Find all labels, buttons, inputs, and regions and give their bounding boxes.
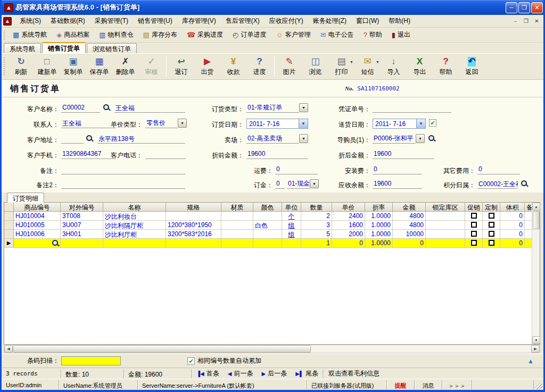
tab-browse-sales-orders[interactable]: 浏览销售订单	[87, 43, 137, 53]
order-progress-button[interactable]: ◴订单进度	[228, 29, 271, 41]
close-button[interactable]: ✕	[531, 2, 543, 13]
address-lookup-icon[interactable]	[86, 135, 93, 142]
custom-checkbox[interactable]	[489, 231, 494, 237]
sms-button[interactable]: ▼✉短信	[354, 54, 381, 79]
col-price[interactable]: 单价	[332, 203, 365, 212]
message-button[interactable]: 消息	[415, 380, 442, 389]
menu-inventory[interactable]: 库存管理(V)	[177, 15, 221, 27]
help-button-top[interactable]: ?帮助	[359, 29, 387, 41]
freight-field[interactable]: 0	[275, 165, 318, 174]
resize-grip[interactable]	[535, 382, 542, 389]
col-name[interactable]: 名称	[103, 203, 166, 212]
horizontal-scrollbar[interactable]: ◀ ▶	[4, 345, 540, 353]
col-spec[interactable]: 规格	[166, 203, 221, 212]
profit-hint[interactable]: 双击查看毛利信息	[323, 369, 385, 378]
print-button[interactable]: ▼▤打印	[328, 54, 354, 79]
price-type-dropdown-icon[interactable]	[178, 119, 187, 128]
promo-checkbox[interactable]	[471, 213, 477, 219]
horizontal-scroll-thumb[interactable]	[13, 345, 311, 353]
col-color[interactable]: 颜色	[253, 203, 282, 212]
detail-row-3[interactable]: HJ010006 3H001 沙比利厅柜 3200*583*2016 组 5 2…	[4, 230, 533, 239]
maximize-button[interactable]: ❐	[518, 2, 530, 13]
print-dropdown-icon[interactable]: ▼	[350, 60, 353, 64]
custom-checkbox[interactable]	[489, 213, 494, 219]
menu-help[interactable]: 帮助(H)	[384, 15, 415, 27]
deposit-type-select[interactable]: 01-现金	[287, 179, 319, 189]
purchase-progress-button[interactable]: ☎采购进度	[182, 29, 228, 41]
guide-lookup-icon[interactable]	[428, 135, 435, 142]
order-type-dropdown-icon[interactable]	[299, 103, 308, 112]
vertical-scroll-thumb[interactable]	[533, 211, 540, 229]
progress-button[interactable]: ?进度	[246, 54, 272, 79]
voucher-field[interactable]	[373, 104, 451, 113]
export-button[interactable]: X导出	[407, 54, 433, 79]
ship-button[interactable]: ▶出货	[194, 54, 220, 79]
detail-row-1[interactable]: HJ010004 3T008 沙比利妆台 个 2 2400 1.0000 480…	[4, 212, 533, 221]
delete-order-button[interactable]: ✗删除单	[112, 54, 138, 79]
more-button[interactable]: ＞＞＞	[442, 380, 472, 389]
points-owner-field[interactable]: C00002-王全福	[477, 180, 518, 189]
collect-payment-button[interactable]: ¥收款	[220, 54, 246, 79]
col-amount[interactable]: 金额	[393, 203, 426, 212]
delivery-date-dropdown-icon[interactable]	[416, 119, 425, 128]
material-stock-button[interactable]: ▥物料查仓	[94, 29, 138, 41]
vertical-scrollbar[interactable]: ▲ ▼	[532, 203, 540, 344]
exit-button[interactable]: ▮退出	[387, 29, 415, 41]
store-dropdown-icon[interactable]	[299, 134, 308, 143]
first-record-button[interactable]: ▐◀首条	[192, 369, 224, 378]
address-field[interactable]: 永平路138号	[97, 135, 185, 144]
copy-order-button[interactable]: ▣复制单	[60, 54, 86, 79]
menu-purchase[interactable]: 采购管理(T)	[90, 15, 133, 27]
custom-checkbox[interactable]	[489, 240, 494, 246]
col-external-code[interactable]: 对外编号	[61, 203, 103, 212]
custom-checkbox[interactable]	[489, 222, 494, 228]
install-fee-field[interactable]: 0	[373, 165, 422, 174]
col-promo[interactable]: 促销	[465, 203, 483, 212]
promo-checkbox[interactable]	[471, 240, 477, 246]
barcode-input[interactable]	[61, 356, 121, 365]
scroll-down-icon[interactable]: ▼	[532, 336, 540, 344]
menu-sales[interactable]: 销售管理(U)	[133, 15, 177, 27]
sms-dropdown-icon[interactable]: ▼	[376, 60, 379, 64]
remind-button[interactable]: 提醒	[387, 380, 415, 389]
guide-select[interactable]: P0006-张和平	[373, 134, 425, 144]
mdi-restore-button[interactable]: ❐	[522, 17, 531, 25]
col-volume[interactable]: 体积	[500, 203, 525, 212]
next-record-button[interactable]: ▶后一条	[257, 369, 291, 378]
order-type-select[interactable]: 01-常规订单	[246, 103, 308, 113]
remark-field[interactable]	[61, 165, 185, 174]
points-lookup-icon[interactable]	[521, 180, 528, 187]
menu-system[interactable]: 系统(S)	[15, 15, 46, 27]
delivery-date-picker[interactable]: 2011- 7-16	[373, 119, 426, 129]
e-bulletin-button[interactable]: ✉电子公告	[316, 29, 359, 41]
col-qty[interactable]: 数量	[301, 203, 332, 212]
last-record-button[interactable]: ▶▌尾条	[291, 369, 323, 378]
col-product-code[interactable]: 商品编号	[14, 203, 61, 212]
menu-accounting[interactable]: 账务处理(Z)	[308, 15, 351, 27]
menu-after-sales[interactable]: 售后管理(X)	[221, 15, 265, 27]
refresh-button[interactable]: ↻刷新	[8, 54, 34, 79]
customer-mgmt-button[interactable]: ☺客户管理	[271, 29, 315, 41]
col-material[interactable]: 材质	[221, 203, 253, 212]
save-order-button[interactable]: ▦保存单	[86, 54, 112, 79]
address-code-field[interactable]	[61, 135, 84, 144]
remark2-field[interactable]	[61, 180, 185, 189]
product-lookup-icon[interactable]	[52, 239, 59, 247]
menu-base-data[interactable]: 基础数据(R)	[46, 15, 90, 27]
deposit-type-dropdown-icon[interactable]	[310, 179, 319, 188]
detail-row-2[interactable]: HJ010005 3U007 沙比利隔厅柜 1200*380*1950 白色 组…	[4, 221, 533, 230]
scroll-right-icon[interactable]: ▶	[531, 345, 540, 353]
prev-record-button[interactable]: ◀前一条	[224, 369, 258, 378]
col-discount[interactable]: 折率	[365, 203, 393, 212]
col-custom[interactable]: 定制	[483, 203, 500, 212]
other-fee-field[interactable]: 0	[477, 165, 520, 174]
detail-row-new[interactable]: ▶ 1 0 1.0000 0 0	[4, 239, 533, 248]
help-button-main[interactable]: ?帮助	[433, 54, 459, 79]
system-nav-button[interactable]: ▦系统导航	[8, 29, 52, 41]
mdi-minimize-button[interactable]: －	[511, 17, 520, 25]
browse-button[interactable]: ◫浏览	[302, 54, 328, 79]
col-locked-zone[interactable]: 锁定库区	[426, 203, 465, 212]
menu-window[interactable]: 窗口(W)	[351, 15, 384, 27]
mdi-close-button[interactable]: ✕	[532, 17, 541, 25]
promo-checkbox[interactable]	[471, 222, 477, 228]
